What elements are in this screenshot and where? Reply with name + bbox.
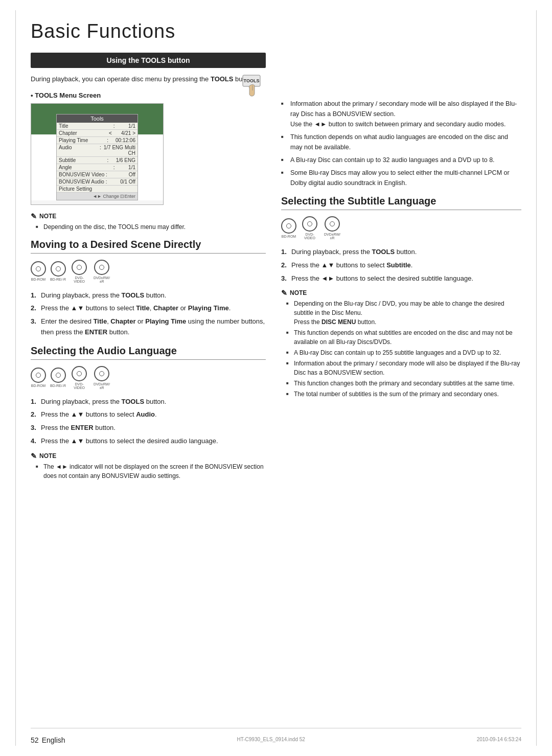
list-item: This function changes both the primary a… (289, 379, 521, 388)
table-row: Subtitle:1/6 ENG (57, 157, 137, 164)
disc-label: DVD-VIDEO (70, 382, 88, 390)
list-item: The ◄► indicator will not be displayed o… (38, 462, 266, 480)
disc-label: BD-ROM (31, 384, 45, 387)
disc-circle (325, 216, 340, 232)
section-title-3: Selecting the Subtitle Language (281, 195, 521, 210)
table-row: BONUSVIEW Audio :0/1 Off (57, 178, 137, 186)
list-item: 1.During playback, press the TOOLS butto… (281, 247, 521, 258)
note-title-1: ✎ NOTE (31, 212, 266, 220)
tools-menu-header: Tools (57, 114, 137, 123)
list-item: Information about the primary / secondar… (289, 359, 521, 377)
table-row: BONUSVIEW Video :Off (57, 171, 137, 178)
note-icon-3: ✎ (281, 289, 287, 297)
disc-label: DVD±RW/±R (93, 382, 111, 390)
disc-icon-dvd-video-3: DVD-VIDEO (301, 216, 319, 240)
tools-menu-footer: ◄► Change ⊡Enter (57, 193, 137, 200)
list-item: Some Blu-ray Discs may allow you to sele… (281, 168, 521, 188)
page-footer: 52 English HT-C9930_ELS_0914.indd 52 201… (31, 728, 521, 746)
note-icon-2: ✎ (31, 452, 37, 460)
audio-right-notes: Information about the primary / secondar… (281, 99, 521, 188)
page-number-lang: English (42, 736, 65, 744)
tools-menu-table: Tools Title:1/1 Chapter<4/21 > Playing T… (56, 114, 138, 200)
page-number: 52 English (31, 732, 65, 746)
disc-icon-dvd-rw: DVD±RW/±R (93, 260, 111, 283)
disc-icon-dvd-video-2: DVD-VIDEO (70, 366, 88, 390)
disc-icon-dvd-rw-3: DVD±RW/±R (323, 216, 341, 240)
page: Basic Functions Using the TOOLS button D… (0, 0, 552, 756)
disc-circle (51, 368, 66, 383)
tools-icon: TOOLS (240, 74, 266, 102)
disc-circle (94, 366, 109, 381)
tools-menu-label: • TOOLS Menu Screen (31, 91, 266, 99)
note-list-2: The ◄► indicator will not be displayed o… (31, 462, 266, 480)
scene-steps: 1.During playback, press the TOOLS butto… (31, 290, 266, 338)
disc-circle (94, 260, 109, 275)
disc-icon-bd-rom-2: BD-ROM (31, 368, 46, 387)
note-section-3: ✎ NOTE Depending on the Blu-ray Disc / D… (281, 289, 521, 399)
list-item: 2.Press the ▲▼ buttons to select Subtitl… (281, 260, 521, 271)
disc-icon-bd-re: BD-RE/-R (50, 261, 66, 281)
page-title: Basic Functions (31, 20, 521, 42)
disc-label: DVD-VIDEO (301, 233, 319, 240)
table-row: Picture Setting (57, 186, 137, 193)
tools-intro: During playback, you can operate disc me… (31, 74, 266, 84)
disc-icon-bd-re-2: BD-RE/-R (50, 368, 66, 387)
note-section-2: ✎ NOTE The ◄► indicator will not be disp… (31, 452, 266, 480)
section-title-1: Moving to a Desired Scene Directly (31, 239, 266, 254)
list-item: Depending on the Blu-ray Disc / DVD, you… (289, 299, 521, 327)
list-item: 2.Press the ▲▼ buttons to select Audio. (31, 409, 266, 420)
list-item: 3.Press the ENTER button. (31, 423, 266, 433)
disc-circle (281, 218, 296, 234)
disc-icon-bd-rom-3: BD-ROM (281, 218, 296, 238)
disc-icon-dvd-rw-2: DVD±RW/±R (93, 366, 111, 390)
footer-left-info: HT-C9930_ELS_0914.indd 52 (237, 737, 305, 742)
table-row: Angle:1/1 (57, 164, 137, 171)
left-column: Using the TOOLS button During playback, … (31, 53, 266, 488)
svg-text:TOOLS: TOOLS (244, 78, 260, 83)
disc-label: BD-RE/-R (50, 278, 66, 281)
disc-icons-2: BD-ROM BD-RE/-R DVD-VIDEO DVD±RW/±R (31, 366, 266, 390)
disc-circle (72, 366, 87, 381)
list-item: 2.Press the ▲▼ buttons to select Title, … (31, 303, 266, 314)
disc-circle (72, 260, 87, 275)
list-item: 4.Press the ▲▼ buttons to select the des… (31, 436, 266, 447)
list-item: This function depends on what audio lang… (281, 132, 521, 152)
disc-circle (302, 216, 317, 232)
disc-icons-3: BD-ROM DVD-VIDEO DVD±RW/±R (281, 216, 521, 240)
tools-intro-text: During playback, you can operate disc me… (31, 75, 256, 83)
audio-steps: 1.During playback, press the TOOLS butto… (31, 397, 266, 447)
list-item: 1.During playback, press the TOOLS butto… (31, 290, 266, 301)
disc-icon-dvd-video: DVD-VIDEO (70, 260, 88, 283)
right-column: Information about the primary / secondar… (281, 53, 521, 488)
disc-circle (31, 261, 46, 277)
list-item: 1.During playback, press the TOOLS butto… (31, 397, 266, 407)
border-left (15, 10, 16, 746)
section-title-2: Selecting the Audio Language (31, 345, 266, 360)
note-list-3: Depending on the Blu-ray Disc / DVD, you… (281, 299, 521, 399)
list-item: 3.Press the ◄► buttons to select the des… (281, 273, 521, 284)
note-section-1: ✎ NOTE Depending on the disc, the TOOLS … (31, 212, 266, 232)
disc-icons-1: BD-ROM BD-RE/-R DVD-VIDEO DVD±RW/±R (31, 260, 266, 283)
note-icon-1: ✎ (31, 212, 37, 220)
disc-label: DVD-VIDEO (70, 276, 88, 283)
list-item: Information about the primary / secondar… (281, 99, 521, 129)
note-list-1: Depending on the disc, the TOOLS menu ma… (31, 222, 266, 232)
disc-label: BD-ROM (31, 278, 45, 281)
list-item: A Blu-ray Disc can contain up to 255 sub… (289, 348, 521, 357)
note-title-3: ✎ NOTE (281, 289, 521, 297)
footer-right-info: 2010-09-14 6:53:24 (477, 737, 521, 742)
list-item: A Blu-ray Disc can contain up to 32 audi… (281, 155, 521, 165)
disc-label: BD-RE/-R (50, 384, 66, 387)
note-title-2: ✎ NOTE (31, 452, 266, 460)
table-row: Chapter<4/21 > (57, 130, 137, 137)
list-item: This function depends on what subtitles … (289, 328, 521, 347)
tools-button-box: Using the TOOLS button (31, 53, 266, 68)
table-row: Audio:1/7 ENG Multi CH (57, 144, 137, 157)
disc-label: BD-ROM (282, 235, 296, 238)
tools-menu-screen: Tools Title:1/1 Chapter<4/21 > Playing T… (31, 103, 164, 205)
subtitle-steps: 1.During playback, press the TOOLS butto… (281, 247, 521, 284)
disc-circle (51, 261, 66, 277)
table-row: Title:1/1 (57, 123, 137, 130)
list-item: 3.Enter the desired Title, Chapter or Pl… (31, 316, 266, 338)
disc-label: DVD±RW/±R (323, 233, 341, 240)
